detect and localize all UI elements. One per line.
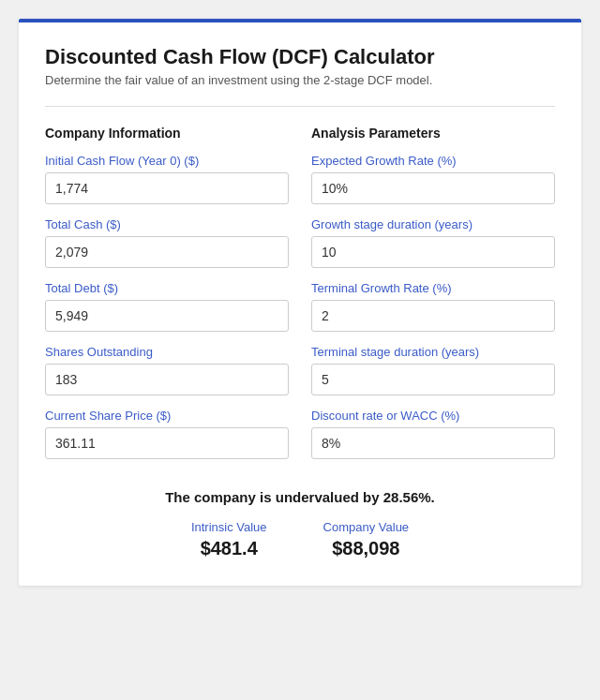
field-group-wacc: Discount rate or WACC (%) bbox=[311, 409, 555, 459]
divider bbox=[45, 106, 555, 107]
input-total-cash[interactable] bbox=[45, 236, 289, 268]
page-title: Discounted Cash Flow (DCF) Calculator bbox=[45, 45, 555, 69]
field-group-growth-duration: Growth stage duration (years) bbox=[311, 217, 555, 268]
label-initial-cash: Initial Cash Flow (Year 0) ($) bbox=[45, 154, 289, 168]
input-wacc[interactable] bbox=[311, 427, 555, 459]
field-group-total-debt: Total Debt ($) bbox=[45, 281, 289, 332]
label-total-debt: Total Debt ($) bbox=[45, 281, 289, 295]
intrinsic-value: $481.4 bbox=[191, 538, 267, 559]
label-wacc: Discount rate or WACC (%) bbox=[311, 409, 555, 423]
input-total-debt[interactable] bbox=[45, 300, 289, 332]
input-share-price[interactable] bbox=[45, 427, 289, 459]
label-share-price: Current Share Price ($) bbox=[45, 409, 289, 423]
field-group-growth-rate: Expected Growth Rate (%) bbox=[311, 154, 555, 204]
field-group-terminal-growth: Terminal Growth Rate (%) bbox=[311, 281, 555, 332]
page-subtitle: Determine the fair value of an investmen… bbox=[45, 73, 555, 87]
company-info-column: Company Information Initial Cash Flow (Y… bbox=[45, 126, 289, 472]
analysis-params-header: Analysis Parameters bbox=[311, 126, 555, 141]
result-cards: Intrinsic Value $481.4 Company Value $88… bbox=[45, 520, 555, 559]
label-terminal-growth: Terminal Growth Rate (%) bbox=[311, 281, 555, 295]
undervalued-summary: The company is undervalued by 28.56%. bbox=[45, 489, 555, 505]
field-group-initial-cash: Initial Cash Flow (Year 0) ($) bbox=[45, 154, 289, 204]
field-group-total-cash: Total Cash ($) bbox=[45, 217, 289, 268]
company-value: $88,098 bbox=[323, 538, 410, 559]
label-shares: Shares Outstanding bbox=[45, 345, 289, 359]
company-value-label: Company Value bbox=[323, 520, 410, 534]
label-growth-rate: Expected Growth Rate (%) bbox=[311, 154, 555, 168]
input-growth-duration[interactable] bbox=[311, 236, 555, 268]
field-group-shares: Shares Outstanding bbox=[45, 345, 289, 395]
field-group-terminal-duration: Terminal stage duration (years) bbox=[311, 345, 555, 395]
input-growth-rate[interactable] bbox=[311, 172, 555, 204]
result-section: The company is undervalued by 28.56%. In… bbox=[45, 489, 555, 559]
company-info-header: Company Information bbox=[45, 126, 289, 141]
label-growth-duration: Growth stage duration (years) bbox=[311, 217, 555, 231]
field-group-share-price: Current Share Price ($) bbox=[45, 409, 289, 459]
dcf-calculator-card: Discounted Cash Flow (DCF) Calculator De… bbox=[19, 19, 581, 586]
input-terminal-growth[interactable] bbox=[311, 300, 555, 332]
intrinsic-value-card: Intrinsic Value $481.4 bbox=[191, 520, 267, 559]
input-shares[interactable] bbox=[45, 364, 289, 395]
analysis-params-column: Analysis Parameters Expected Growth Rate… bbox=[311, 126, 555, 472]
input-terminal-duration[interactable] bbox=[311, 364, 555, 395]
input-initial-cash[interactable] bbox=[45, 172, 289, 204]
form-grid: Company Information Initial Cash Flow (Y… bbox=[45, 126, 555, 472]
label-terminal-duration: Terminal stage duration (years) bbox=[311, 345, 555, 359]
company-value-card: Company Value $88,098 bbox=[323, 520, 410, 559]
label-total-cash: Total Cash ($) bbox=[45, 217, 289, 231]
intrinsic-value-label: Intrinsic Value bbox=[191, 520, 267, 534]
